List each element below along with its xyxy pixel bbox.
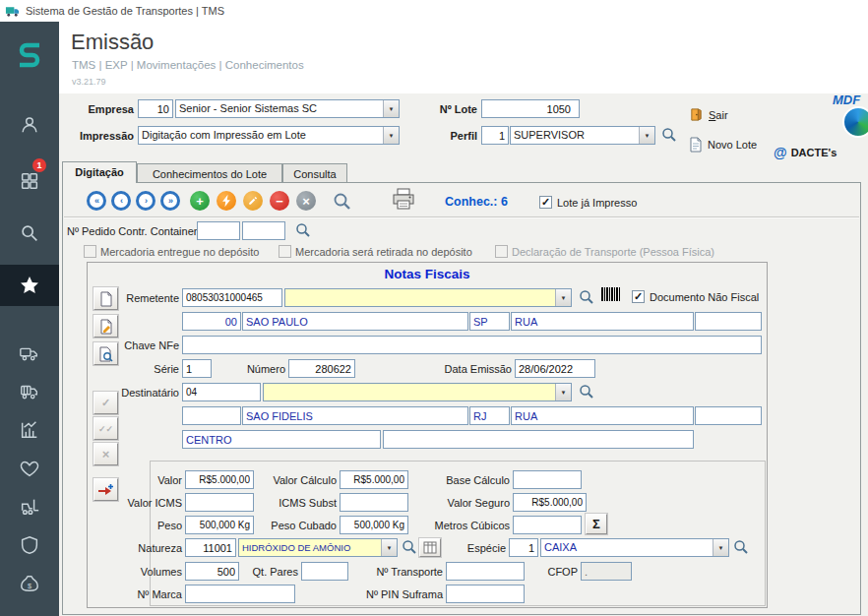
sidebar-item-favorites[interactable] xyxy=(0,265,59,306)
chave-nfe-field[interactable] xyxy=(182,336,762,354)
edit-button[interactable] xyxy=(243,191,263,211)
valor-field[interactable] xyxy=(185,470,254,489)
numero-field[interactable] xyxy=(288,359,355,378)
dropdown-arrow-icon[interactable]: ▼ xyxy=(555,384,571,400)
nav-next-button[interactable]: › xyxy=(136,191,155,211)
cfop-field[interactable] xyxy=(581,562,632,581)
sidebar-item-truck[interactable] xyxy=(0,335,59,372)
natureza-combo[interactable]: HIDRÓXIDO DE AMÔNIO ▼ xyxy=(238,538,398,557)
remetente-uf-field[interactable] xyxy=(469,312,510,331)
dropdown-arrow-icon[interactable]: ▼ xyxy=(555,289,571,306)
valor-icms-field[interactable] xyxy=(185,493,254,512)
valor-seguro-field[interactable] xyxy=(513,493,587,512)
destinatario-cidade-field[interactable] xyxy=(242,406,468,425)
n-transporte-field[interactable] xyxy=(446,562,525,581)
print-button[interactable] xyxy=(392,188,415,211)
remetente-endereco-field[interactable] xyxy=(511,312,694,331)
sidebar-item-reports[interactable] xyxy=(0,411,59,449)
sidebar-item-security[interactable] xyxy=(0,526,59,564)
destinatario-complemento-field[interactable] xyxy=(383,430,694,449)
nav-prev-button[interactable]: ‹ xyxy=(111,191,131,211)
remetente-search-icon[interactable] xyxy=(579,289,594,305)
sidebar-item-user[interactable] xyxy=(0,106,59,144)
mercadoria-retirada-checkbox[interactable] xyxy=(279,245,291,258)
add-button[interactable]: + xyxy=(190,191,210,211)
lote-field[interactable] xyxy=(481,99,580,118)
destinatario-combo[interactable]: ▼ xyxy=(263,383,572,401)
documento-nao-fiscal-checkbox[interactable]: ✓ xyxy=(632,290,645,303)
nota-cancel-button[interactable]: × xyxy=(93,443,118,465)
dropdown-arrow-icon[interactable]: ▼ xyxy=(639,127,654,144)
sidebar-item-partners[interactable] xyxy=(0,603,59,616)
nota-confirm-all-button[interactable]: ✓✓ xyxy=(93,417,118,440)
novo-lote-button[interactable]: Novo Lote xyxy=(689,137,757,153)
nav-last-button[interactable]: » xyxy=(160,191,180,211)
perfil-combo[interactable]: SUPERVISOR ▼ xyxy=(510,126,655,145)
metros-cubicos-field[interactable] xyxy=(513,516,582,534)
destinatario-extra-field[interactable] xyxy=(695,406,762,425)
peso-cubado-field[interactable] xyxy=(340,516,408,534)
peso-field[interactable] xyxy=(185,516,254,534)
soma-button[interactable]: Σ xyxy=(586,514,607,534)
sidebar-item-delivery[interactable] xyxy=(0,373,59,410)
especie-codigo-field[interactable] xyxy=(509,538,538,557)
destinatario-bairro-field[interactable] xyxy=(182,430,381,449)
dropdown-arrow-icon[interactable]: ▼ xyxy=(383,100,399,117)
base-calculo-field[interactable] xyxy=(513,470,582,489)
remetente-extra-field[interactable] xyxy=(695,312,762,331)
natureza-grid-button[interactable] xyxy=(419,538,441,557)
sidebar-item-health[interactable] xyxy=(0,450,59,487)
nota-edit-button[interactable] xyxy=(93,315,118,338)
sair-button[interactable]: Sair xyxy=(689,107,728,122)
n-pin-suframa-field[interactable] xyxy=(446,585,525,603)
empresa-combo[interactable]: Senior - Senior Sistemas SC ▼ xyxy=(175,99,400,118)
volumes-field[interactable] xyxy=(185,562,239,581)
toolbar-search-icon[interactable] xyxy=(333,192,351,211)
mercadoria-entregue-checkbox[interactable] xyxy=(84,245,96,258)
natureza-codigo-field[interactable] xyxy=(185,538,236,557)
empresa-code-field[interactable] xyxy=(138,99,173,118)
barcode-icon[interactable] xyxy=(600,286,622,305)
quick-action-button[interactable] xyxy=(217,191,236,211)
serie-field[interactable] xyxy=(182,359,212,378)
pedido-field-2[interactable] xyxy=(242,221,285,240)
sidebar-item-finance[interactable]: $ xyxy=(0,565,59,602)
tab-consulta[interactable]: Consulta xyxy=(282,163,347,182)
remetente-combo[interactable]: ▼ xyxy=(284,288,572,307)
destinatario-search-icon[interactable] xyxy=(579,384,594,400)
dactes-button[interactable]: @ DACTE's xyxy=(774,145,837,160)
especie-combo[interactable]: CAIXA ▼ xyxy=(540,538,729,557)
dropdown-arrow-icon[interactable]: ▼ xyxy=(381,539,397,556)
qt-pares-field[interactable] xyxy=(301,562,348,581)
sidebar-item-modules[interactable]: 1 xyxy=(0,162,59,200)
impressao-combo[interactable]: Digitação com Impressão em Lote ▼ xyxy=(138,126,400,145)
destinatario-uf-field[interactable] xyxy=(469,406,510,425)
destinatario-doc-field[interactable] xyxy=(182,383,261,401)
dropdown-arrow-icon[interactable]: ▼ xyxy=(383,127,399,144)
perfil-search-icon[interactable] xyxy=(661,127,677,143)
especie-search-icon[interactable] xyxy=(733,539,749,555)
nav-first-button[interactable]: « xyxy=(87,191,106,211)
remetente-codigo-field[interactable] xyxy=(182,312,241,331)
tab-conhecimentos-do-lote[interactable]: Conhecimentos do Lote xyxy=(137,163,282,182)
tab-digitacao[interactable]: Digitação xyxy=(62,161,137,183)
dropdown-arrow-icon[interactable]: ▼ xyxy=(713,539,728,556)
remetente-doc-field[interactable] xyxy=(182,288,282,307)
declaracao-transporte-checkbox[interactable] xyxy=(495,245,508,258)
cancel-button[interactable]: × xyxy=(296,191,316,211)
delete-button[interactable]: − xyxy=(270,191,289,211)
destinatario-endereco-field[interactable] xyxy=(511,406,694,425)
pedido-search-icon[interactable] xyxy=(295,222,311,238)
icms-subst-field[interactable] xyxy=(340,493,408,512)
sidebar-logo[interactable] xyxy=(0,35,59,73)
valor-calculo-field[interactable] xyxy=(340,470,408,489)
pedido-field-1[interactable] xyxy=(197,221,240,240)
n-marca-field[interactable] xyxy=(185,585,295,603)
sidebar-item-search[interactable] xyxy=(0,215,59,252)
perfil-code-field[interactable] xyxy=(481,126,509,145)
remetente-cidade-field[interactable] xyxy=(242,312,468,331)
natureza-search-icon[interactable] xyxy=(402,539,417,555)
lote-impresso-checkbox[interactable]: ✓ xyxy=(539,196,552,209)
destinatario-codigo-field[interactable] xyxy=(182,406,241,425)
data-emissao-field[interactable] xyxy=(515,359,595,378)
